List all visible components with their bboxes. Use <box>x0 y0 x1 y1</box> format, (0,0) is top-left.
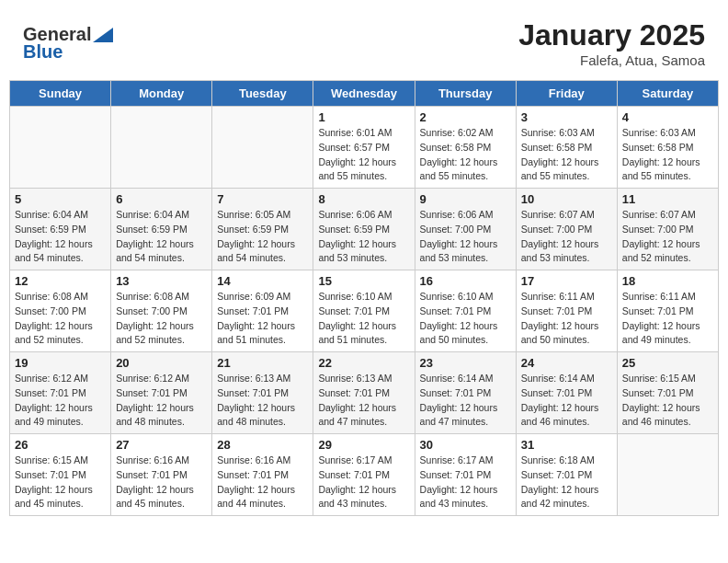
day-number: 21 <box>217 356 308 370</box>
day-number: 20 <box>116 356 207 370</box>
calendar-cell: 26Sunrise: 6:15 AMSunset: 7:01 PMDayligh… <box>10 434 111 516</box>
svg-marker-0 <box>93 28 113 42</box>
calendar-cell: 25Sunrise: 6:15 AMSunset: 7:01 PMDayligh… <box>617 352 718 434</box>
calendar-cell: 15Sunrise: 6:10 AMSunset: 7:01 PMDayligh… <box>313 270 415 352</box>
calendar-cell <box>111 107 212 189</box>
day-info: Sunrise: 6:03 AMSunset: 6:58 PMDaylight:… <box>521 126 612 184</box>
day-info: Sunrise: 6:17 AMSunset: 7:01 PMDaylight:… <box>420 454 511 511</box>
calendar-cell: 4Sunrise: 6:03 AMSunset: 6:58 PMDaylight… <box>617 107 718 189</box>
day-info: Sunrise: 6:04 AMSunset: 6:59 PMDaylight:… <box>116 208 207 266</box>
day-info: Sunrise: 6:08 AMSunset: 7:00 PMDaylight:… <box>15 290 106 348</box>
calendar-cell: 16Sunrise: 6:10 AMSunset: 7:01 PMDayligh… <box>415 270 516 352</box>
calendar-week-row: 5Sunrise: 6:04 AMSunset: 6:59 PMDaylight… <box>10 189 719 270</box>
calendar-cell: 11Sunrise: 6:07 AMSunset: 7:00 PMDayligh… <box>617 189 718 270</box>
day-number: 7 <box>217 192 308 206</box>
day-number: 5 <box>15 192 106 206</box>
weekday-header: Saturday <box>617 81 718 107</box>
day-number: 9 <box>420 192 511 206</box>
day-info: Sunrise: 6:14 AMSunset: 7:01 PMDaylight:… <box>521 372 612 430</box>
day-info: Sunrise: 6:03 AMSunset: 6:58 PMDaylight:… <box>622 126 713 184</box>
calendar-cell <box>10 107 111 189</box>
logo-blue-text: Blue <box>23 41 63 63</box>
day-info: Sunrise: 6:04 AMSunset: 6:59 PMDaylight:… <box>15 208 106 266</box>
calendar-cell: 17Sunrise: 6:11 AMSunset: 7:01 PMDayligh… <box>516 270 617 352</box>
calendar-cell: 3Sunrise: 6:03 AMSunset: 6:58 PMDaylight… <box>516 107 617 189</box>
day-info: Sunrise: 6:08 AMSunset: 7:00 PMDaylight:… <box>116 290 207 348</box>
calendar-cell: 1Sunrise: 6:01 AMSunset: 6:57 PMDaylight… <box>313 107 415 189</box>
day-number: 11 <box>622 192 713 206</box>
day-number: 29 <box>318 438 409 452</box>
day-number: 10 <box>521 192 612 206</box>
weekday-header: Monday <box>111 81 212 107</box>
calendar-cell <box>212 107 313 189</box>
calendar-cell: 12Sunrise: 6:08 AMSunset: 7:00 PMDayligh… <box>10 270 111 352</box>
day-info: Sunrise: 6:15 AMSunset: 7:01 PMDaylight:… <box>15 454 106 511</box>
calendar-cell: 27Sunrise: 6:16 AMSunset: 7:01 PMDayligh… <box>111 434 212 516</box>
day-number: 13 <box>116 274 207 288</box>
calendar-cell: 31Sunrise: 6:18 AMSunset: 7:01 PMDayligh… <box>516 434 617 516</box>
day-number: 25 <box>622 356 713 370</box>
day-number: 1 <box>318 110 409 124</box>
calendar-cell <box>617 434 718 516</box>
weekday-header: Sunday <box>10 81 111 107</box>
day-number: 31 <box>521 438 612 452</box>
day-info: Sunrise: 6:13 AMSunset: 7:01 PMDaylight:… <box>217 372 308 430</box>
location: Falefa, Atua, Samoa <box>518 52 705 68</box>
day-number: 15 <box>318 274 409 288</box>
calendar-cell: 14Sunrise: 6:09 AMSunset: 7:01 PMDayligh… <box>212 270 313 352</box>
calendar-cell: 13Sunrise: 6:08 AMSunset: 7:00 PMDayligh… <box>111 270 212 352</box>
calendar-cell: 23Sunrise: 6:14 AMSunset: 7:01 PMDayligh… <box>415 352 516 434</box>
calendar-cell: 19Sunrise: 6:12 AMSunset: 7:01 PMDayligh… <box>10 352 111 434</box>
day-number: 12 <box>15 274 106 288</box>
day-info: Sunrise: 6:09 AMSunset: 7:01 PMDaylight:… <box>217 290 308 348</box>
weekday-header: Wednesday <box>313 81 415 107</box>
calendar-cell: 24Sunrise: 6:14 AMSunset: 7:01 PMDayligh… <box>516 352 617 434</box>
calendar-cell: 5Sunrise: 6:04 AMSunset: 6:59 PMDaylight… <box>10 189 111 270</box>
calendar-cell: 21Sunrise: 6:13 AMSunset: 7:01 PMDayligh… <box>212 352 313 434</box>
calendar-cell: 8Sunrise: 6:06 AMSunset: 6:59 PMDaylight… <box>313 189 415 270</box>
calendar-cell: 30Sunrise: 6:17 AMSunset: 7:01 PMDayligh… <box>415 434 516 516</box>
day-info: Sunrise: 6:17 AMSunset: 7:01 PMDaylight:… <box>318 454 409 511</box>
calendar-cell: 22Sunrise: 6:13 AMSunset: 7:01 PMDayligh… <box>313 352 415 434</box>
day-number: 22 <box>318 356 409 370</box>
day-info: Sunrise: 6:12 AMSunset: 7:01 PMDaylight:… <box>15 372 106 430</box>
weekday-header: Thursday <box>415 81 516 107</box>
day-number: 28 <box>217 438 308 452</box>
day-number: 27 <box>116 438 207 452</box>
day-info: Sunrise: 6:11 AMSunset: 7:01 PMDaylight:… <box>622 290 713 348</box>
day-number: 4 <box>622 110 713 124</box>
day-info: Sunrise: 6:11 AMSunset: 7:01 PMDaylight:… <box>521 290 612 348</box>
day-info: Sunrise: 6:01 AMSunset: 6:57 PMDaylight:… <box>318 126 409 184</box>
day-info: Sunrise: 6:07 AMSunset: 7:00 PMDaylight:… <box>521 208 612 266</box>
calendar-week-row: 1Sunrise: 6:01 AMSunset: 6:57 PMDaylight… <box>10 107 719 189</box>
calendar-cell: 2Sunrise: 6:02 AMSunset: 6:58 PMDaylight… <box>415 107 516 189</box>
day-number: 19 <box>15 356 106 370</box>
title-section: January 2025 Falefa, Atua, Samoa <box>518 18 705 68</box>
calendar: SundayMondayTuesdayWednesdayThursdayFrid… <box>9 80 719 516</box>
day-info: Sunrise: 6:12 AMSunset: 7:01 PMDaylight:… <box>116 372 207 430</box>
weekday-header: Tuesday <box>212 81 313 107</box>
page-header: General Blue January 2025 Falefa, Atua, … <box>9 9 719 73</box>
day-number: 2 <box>420 110 511 124</box>
calendar-cell: 10Sunrise: 6:07 AMSunset: 7:00 PMDayligh… <box>516 189 617 270</box>
calendar-week-row: 26Sunrise: 6:15 AMSunset: 7:01 PMDayligh… <box>10 434 719 516</box>
month-title: January 2025 <box>518 18 705 52</box>
logo-icon <box>93 28 113 42</box>
day-number: 8 <box>318 192 409 206</box>
day-info: Sunrise: 6:05 AMSunset: 6:59 PMDaylight:… <box>217 208 308 266</box>
calendar-cell: 28Sunrise: 6:16 AMSunset: 7:01 PMDayligh… <box>212 434 313 516</box>
day-number: 26 <box>15 438 106 452</box>
calendar-cell: 18Sunrise: 6:11 AMSunset: 7:01 PMDayligh… <box>617 270 718 352</box>
day-info: Sunrise: 6:07 AMSunset: 7:00 PMDaylight:… <box>622 208 713 266</box>
day-number: 23 <box>420 356 511 370</box>
day-number: 3 <box>521 110 612 124</box>
calendar-week-row: 12Sunrise: 6:08 AMSunset: 7:00 PMDayligh… <box>10 270 719 352</box>
day-info: Sunrise: 6:13 AMSunset: 7:01 PMDaylight:… <box>318 372 409 430</box>
calendar-cell: 9Sunrise: 6:06 AMSunset: 7:00 PMDaylight… <box>415 189 516 270</box>
day-info: Sunrise: 6:02 AMSunset: 6:58 PMDaylight:… <box>420 126 511 184</box>
calendar-cell: 20Sunrise: 6:12 AMSunset: 7:01 PMDayligh… <box>111 352 212 434</box>
calendar-cell: 29Sunrise: 6:17 AMSunset: 7:01 PMDayligh… <box>313 434 415 516</box>
day-number: 17 <box>521 274 612 288</box>
logo: General Blue <box>23 24 113 63</box>
day-info: Sunrise: 6:10 AMSunset: 7:01 PMDaylight:… <box>318 290 409 348</box>
